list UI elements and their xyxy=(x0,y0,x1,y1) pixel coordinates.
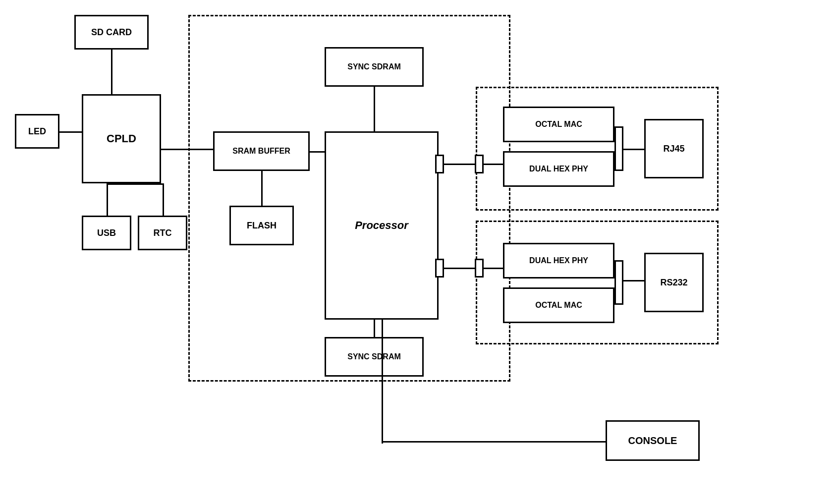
sync-sdram-top-block: SYNC SDRAM xyxy=(325,47,424,87)
processor-upper-phy-line xyxy=(439,164,503,165)
console-block: CONSOLE xyxy=(606,420,700,461)
rtc-block: RTC xyxy=(138,216,187,250)
sdram-top-processor-line xyxy=(374,87,375,131)
cpld-rtc-v-line xyxy=(163,183,164,216)
cpld-block: CPLD xyxy=(82,94,161,183)
upper-phy-left-tab xyxy=(475,155,484,173)
flash-block: FLASH xyxy=(229,206,294,245)
sram-processor-line xyxy=(310,151,325,153)
processor-lower-tab xyxy=(435,259,444,278)
dual-hex-phy-top-block: DUAL HEX PHY xyxy=(503,151,614,187)
cpld-sram-line xyxy=(161,149,213,150)
processor-lower-phy-line xyxy=(439,268,503,269)
rj45-block: RJ45 xyxy=(644,119,704,178)
processor-sdram-bot-line xyxy=(374,320,375,337)
sram-flash-line xyxy=(261,171,263,206)
processor-console-h-line xyxy=(382,441,606,443)
processor-block: Processor xyxy=(325,131,439,320)
lower-phy-rs232-tab xyxy=(614,260,623,305)
dual-hex-phy-bot-block: DUAL HEX PHY xyxy=(503,243,614,279)
sdcard-cpld-line xyxy=(111,50,112,94)
upper-phy-rj45-tab xyxy=(614,126,623,171)
sram-buffer-block: SRAM BUFFER xyxy=(213,131,310,171)
processor-console-v-line xyxy=(382,320,383,444)
usb-block: USB xyxy=(82,216,131,250)
led-block: LED xyxy=(15,114,59,149)
cpld-usb-line xyxy=(107,183,108,216)
sd-card-block: SD CARD xyxy=(74,15,149,50)
octal-mac-bot-block: OCTAL MAC xyxy=(503,287,614,323)
lower-phy-left-tab xyxy=(475,259,484,278)
processor-upper-tab xyxy=(435,155,444,173)
octal-mac-top-block: OCTAL MAC xyxy=(503,107,614,142)
led-cpld-line xyxy=(59,131,82,133)
rs232-block: RS232 xyxy=(644,253,704,312)
sync-sdram-bot-block: SYNC SDRAM xyxy=(325,337,424,377)
cpld-usb-rtc-h-line xyxy=(107,183,163,185)
diagram: SD CARD LED CPLD USB RTC SRAM BUFFER FLA… xyxy=(0,0,835,504)
